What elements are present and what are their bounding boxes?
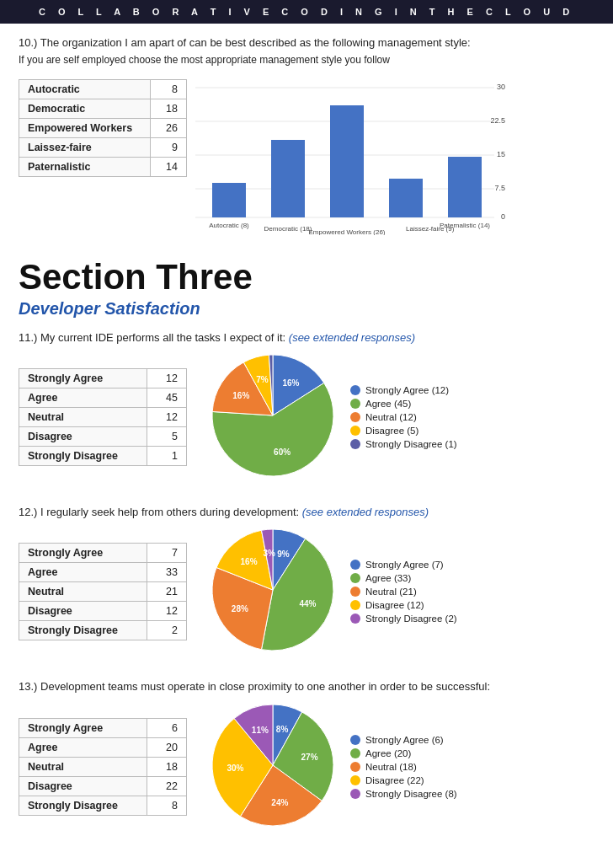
svg-text:16%: 16% <box>282 378 299 388</box>
q10-sub: If you are self employed choose the most… <box>19 53 594 67</box>
q12-text: 12.) I regularly seek help from others d… <box>19 505 594 520</box>
legend-item: Neutral (12) <box>350 412 457 422</box>
svg-text:28%: 28% <box>232 604 248 613</box>
legend-item: Disagree (22) <box>350 775 457 785</box>
svg-text:16%: 16% <box>232 391 249 400</box>
svg-text:16%: 16% <box>241 557 258 566</box>
svg-text:30: 30 <box>497 83 505 91</box>
svg-text:Paternalistic (14): Paternalistic (14) <box>440 222 490 229</box>
q10-block: 10.) The organization I am apart of can … <box>19 35 594 238</box>
q12-table: Strongly Agree7Agree33Neutral21Disagree1… <box>19 543 187 640</box>
legend-item: Strongly Disagree (8) <box>350 789 457 799</box>
legend-item: Neutral (21) <box>350 587 457 597</box>
legend-item: Strongly Agree (12) <box>350 385 457 395</box>
q10-text: 10.) The organization I am apart of can … <box>19 35 594 51</box>
q12-block: 12.) I regularly seek help from others d… <box>19 505 594 661</box>
svg-text:Democratic (18): Democratic (18) <box>264 225 312 233</box>
svg-text:Empowered Workers (26): Empowered Workers (26) <box>309 228 386 235</box>
legend-item: Disagree (5) <box>350 426 457 436</box>
legend-item: Agree (20) <box>350 748 457 758</box>
svg-text:Autocratic (8): Autocratic (8) <box>209 222 249 229</box>
svg-rect-10 <box>212 183 246 217</box>
q13-block: 13.) Development teams must operate in c… <box>19 679 594 835</box>
q11-block: 11.) My current IDE performs all the tas… <box>19 330 594 486</box>
svg-text:9%: 9% <box>277 549 290 559</box>
legend-item: Disagree (12) <box>350 600 457 610</box>
svg-rect-14 <box>448 157 482 217</box>
legend-item: Neutral (18) <box>350 762 457 772</box>
header-bar: C O L L A B O R A T I V E C O D I N G I … <box>0 0 613 24</box>
legend-item: Agree (33) <box>350 573 457 583</box>
q13-pie-chart: 8%27%24%30%11% <box>205 698 340 836</box>
q12-pie-chart: 9%44%28%16%3% <box>205 522 340 661</box>
q12-legend: Strongly Agree (7)Agree (33)Neutral (21)… <box>350 560 457 624</box>
legend-item: Strongly Disagree (2) <box>350 613 457 624</box>
svg-text:44%: 44% <box>299 600 316 609</box>
svg-text:8%: 8% <box>276 724 289 733</box>
q13-legend: Strongly Agree (6)Agree (20)Neutral (18)… <box>350 735 457 799</box>
q12-pie-section: Strongly Agree7Agree33Neutral21Disagree1… <box>19 522 594 661</box>
svg-text:15: 15 <box>497 150 505 158</box>
legend-item: Strongly Agree (7) <box>350 560 457 570</box>
svg-text:0: 0 <box>501 212 505 221</box>
svg-rect-11 <box>271 140 305 217</box>
q10-table: Autocratic8Democratic18Empowered Workers… <box>19 79 187 177</box>
legend-item: Strongly Disagree (1) <box>350 439 457 449</box>
legend-item: Agree (45) <box>350 399 457 409</box>
svg-text:60%: 60% <box>274 447 291 457</box>
q10-data-section: Autocratic8Democratic18Empowered Workers… <box>19 79 594 238</box>
q13-text: 13.) Development teams must operate in c… <box>19 679 594 694</box>
q11-pie-section: Strongly Agree12Agree45Neutral12Disagree… <box>19 348 594 486</box>
q13-pie-section: Strongly Agree6Agree20Neutral18Disagree2… <box>19 698 594 836</box>
svg-text:11%: 11% <box>252 726 269 735</box>
svg-text:3%: 3% <box>264 549 276 558</box>
q10-bar-chart: 30 22.5 15 7.5 0 <box>195 79 594 238</box>
svg-text:30%: 30% <box>227 763 243 772</box>
q11-table: Strongly Agree12Agree45Neutral12Disagree… <box>19 368 187 466</box>
svg-text:22.5: 22.5 <box>490 116 505 125</box>
section-three-heading: Section Three Developer Satisfaction <box>19 257 594 319</box>
svg-text:27%: 27% <box>301 753 318 762</box>
svg-rect-13 <box>389 179 423 217</box>
svg-text:7%: 7% <box>256 375 269 384</box>
q11-pie-chart: 16%60%16%7% <box>205 348 340 486</box>
q13-table: Strongly Agree6Agree20Neutral18Disagree2… <box>19 718 187 816</box>
legend-item: Strongly Agree (6) <box>350 735 457 745</box>
svg-text:24%: 24% <box>271 797 288 806</box>
svg-text:7.5: 7.5 <box>494 184 505 192</box>
q11-legend: Strongly Agree (12)Agree (45)Neutral (12… <box>350 385 457 449</box>
q11-text: 11.) My current IDE performs all the tas… <box>19 330 594 346</box>
svg-rect-12 <box>330 105 364 217</box>
